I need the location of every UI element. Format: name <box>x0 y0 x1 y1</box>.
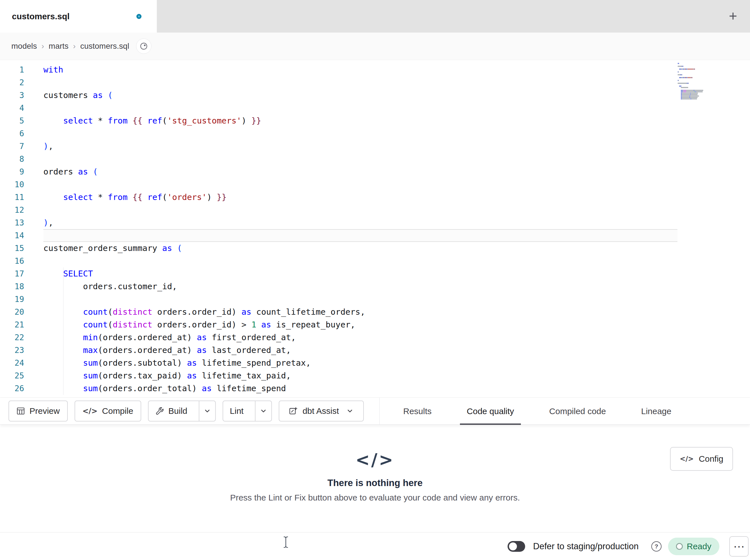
code-line[interactable]: 23 max(orders.ordered_at) as last_ordere… <box>0 344 750 357</box>
code-line[interactable]: 2 <box>0 76 750 89</box>
tab-code-quality[interactable]: Code quality <box>460 398 521 425</box>
tab-compiled-code-label: Compiled code <box>549 407 606 416</box>
line-number[interactable]: 4 <box>0 102 43 115</box>
minimap-line <box>678 63 723 64</box>
line-number[interactable]: 9 <box>0 165 43 178</box>
tab-results[interactable]: Results <box>396 398 438 425</box>
minimap-line <box>678 79 723 80</box>
line-number[interactable]: 7 <box>0 140 43 153</box>
line-number[interactable]: 10 <box>0 178 43 191</box>
results-panel: </> There is nothing here Press the Lint… <box>0 425 750 532</box>
tab-compiled-code[interactable]: Compiled code <box>542 398 613 425</box>
help-icon[interactable]: ? <box>651 541 662 552</box>
defer-toggle[interactable] <box>508 541 525 552</box>
code-line[interactable]: 10 <box>0 178 750 191</box>
code-line[interactable]: 4 <box>0 102 750 115</box>
code-line[interactable]: 22 min(orders.ordered_at) as first_order… <box>0 331 750 344</box>
line-number[interactable]: 26 <box>0 382 43 395</box>
breadcrumb-item-models[interactable]: models <box>11 42 37 51</box>
code-line[interactable]: 13), <box>0 216 750 229</box>
build-button-label: Build <box>169 406 188 416</box>
file-tab-customers-sql[interactable]: customers.sql <box>0 0 157 33</box>
build-split-button: Build <box>148 400 216 421</box>
code-line[interactable]: 19 <box>0 293 750 306</box>
line-number[interactable]: 23 <box>0 344 43 357</box>
line-number[interactable]: 15 <box>0 242 43 255</box>
line-number[interactable]: 18 <box>0 280 43 293</box>
minimap-line <box>678 83 723 84</box>
line-number[interactable]: 3 <box>0 89 43 102</box>
tab-bar: customers.sql + <box>0 0 750 33</box>
code-line[interactable]: 6 <box>0 127 750 140</box>
chevron-down-icon <box>203 407 211 415</box>
code-line[interactable]: 8 <box>0 153 750 165</box>
code-line[interactable]: 24 sum(orders.subtotal) as lifetime_spen… <box>0 357 750 369</box>
code-line[interactable]: 5 select * from {{ ref('stg_customers') … <box>0 115 750 127</box>
line-number[interactable]: 11 <box>0 191 43 204</box>
lint-button-label: Lint <box>230 406 243 416</box>
line-number[interactable]: 5 <box>0 115 43 127</box>
line-number[interactable]: 13 <box>0 216 43 229</box>
code-icon: </> <box>82 407 98 415</box>
minimap-line <box>678 80 723 81</box>
empty-state-subtitle: Press the Lint or Fix button above to ev… <box>230 493 520 502</box>
breadcrumb: models › marts › customers.sql Save <box>0 33 750 60</box>
minimap-line <box>678 98 723 99</box>
line-number[interactable]: 1 <box>0 63 43 76</box>
assist-sparkle-icon <box>289 407 297 415</box>
line-number[interactable]: 20 <box>0 306 43 318</box>
status-bar: Defer to staging/production ? Ready ⋯ <box>0 532 750 560</box>
minimap[interactable] <box>678 63 723 100</box>
code-line[interactable]: 16 <box>0 255 750 267</box>
code-line[interactable]: 21 count(distinct orders.order_id) > 1 a… <box>0 318 750 331</box>
code-editor[interactable]: 1with23customers as (45 select * from {{… <box>0 60 750 397</box>
line-number[interactable]: 25 <box>0 369 43 382</box>
line-number[interactable]: 24 <box>0 357 43 369</box>
breadcrumb-item-customers-sql[interactable]: customers.sql <box>80 42 129 51</box>
minimap-line <box>678 77 723 78</box>
more-menu-button[interactable]: ⋯ <box>729 536 749 557</box>
breadcrumb-separator-icon: › <box>73 42 76 51</box>
line-number[interactable]: 2 <box>0 76 43 89</box>
dbt-assist-button[interactable]: dbt Assist <box>279 400 364 421</box>
new-tab-button[interactable]: + <box>724 7 742 25</box>
code-line[interactable]: 15customer_orders_summary as ( <box>0 242 750 255</box>
code-line[interactable]: 12 <box>0 204 750 216</box>
line-number[interactable]: 12 <box>0 204 43 216</box>
code-line[interactable]: 11 select * from {{ ref('orders') }} <box>0 191 750 204</box>
minimap-line <box>678 92 723 94</box>
line-number[interactable]: 14 <box>0 229 43 242</box>
line-number[interactable]: 21 <box>0 318 43 331</box>
config-button[interactable]: </> Config <box>670 447 733 471</box>
code-line[interactable]: 18 orders.customer_id, <box>0 280 750 293</box>
minimap-line <box>678 88 723 89</box>
breadcrumb-item-marts[interactable]: marts <box>49 42 68 51</box>
line-number[interactable]: 16 <box>0 255 43 267</box>
build-dropdown-button[interactable] <box>199 401 215 421</box>
code-line[interactable]: 14 <box>0 229 750 242</box>
lint-button[interactable]: Lint <box>223 401 250 421</box>
compile-button[interactable]: </> Compile <box>75 400 141 421</box>
minimap-line <box>678 70 723 71</box>
build-button[interactable]: Build <box>149 401 194 421</box>
line-number[interactable]: 6 <box>0 127 43 140</box>
preview-button[interactable]: Preview <box>8 400 68 421</box>
code-line[interactable]: 1with <box>0 63 750 76</box>
code-line[interactable]: 26 sum(orders.order_total) as lifetime_s… <box>0 382 750 395</box>
line-number[interactable]: 8 <box>0 153 43 165</box>
code-line[interactable]: 9orders as ( <box>0 165 750 178</box>
chevron-down-icon <box>260 407 267 415</box>
dbt-model-icon-button[interactable] <box>136 39 152 54</box>
tab-lineage[interactable]: Lineage <box>634 398 678 425</box>
code-line[interactable]: 25 sum(orders.tax_paid) as lifetime_tax_… <box>0 369 750 382</box>
line-number[interactable]: 22 <box>0 331 43 344</box>
minimap-line <box>678 91 723 92</box>
code-line[interactable]: 20 count(distinct orders.order_id) as co… <box>0 306 750 318</box>
code-line[interactable]: 3customers as ( <box>0 89 750 102</box>
code-line[interactable]: 17 SELECT <box>0 267 750 280</box>
minimap-line <box>678 96 723 97</box>
lint-dropdown-button[interactable] <box>255 401 271 421</box>
line-number[interactable]: 19 <box>0 293 43 306</box>
code-line[interactable]: 7), <box>0 140 750 153</box>
line-number[interactable]: 17 <box>0 267 43 280</box>
